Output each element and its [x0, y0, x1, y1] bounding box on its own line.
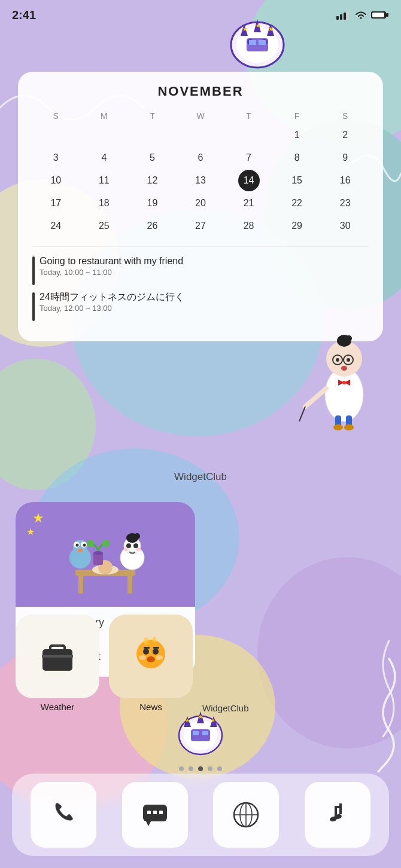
cal-event-1: Going to restaurant with my friend Today…	[32, 255, 369, 285]
svg-rect-123	[335, 806, 342, 808]
svg-rect-95	[153, 647, 159, 649]
svg-point-80	[133, 543, 138, 548]
svg-point-72	[76, 543, 79, 546]
cal-day-5[interactable]: 5	[141, 147, 163, 169]
safari-icon	[231, 800, 261, 830]
event-2-title: 24時間フィットネスのジムに行く	[40, 291, 184, 304]
svg-rect-65	[127, 576, 132, 594]
cal-day-24[interactable]: 24	[45, 215, 66, 237]
status-icons	[336, 10, 389, 20]
anniversary-widget-art: ★ ★	[16, 502, 195, 607]
svg-point-99	[139, 655, 146, 660]
cal-header-s1: S	[32, 109, 80, 123]
calendar-widget: NOVEMBER S M T W T F S 1 2 3 4 5 6 7 8 9…	[18, 72, 383, 341]
cal-day-8[interactable]: 8	[286, 147, 308, 169]
svg-point-86	[102, 540, 110, 547]
cal-day-3[interactable]: 3	[45, 147, 66, 169]
signal-icon	[336, 10, 351, 20]
cal-day-17[interactable]: 17	[45, 192, 66, 214]
svg-point-79	[126, 543, 131, 548]
svg-point-91	[136, 640, 165, 668]
page-dots	[179, 766, 222, 771]
svg-point-97	[144, 637, 148, 644]
page-dot-4	[208, 766, 212, 771]
svg-point-81	[123, 548, 129, 551]
svg-text:★: ★	[185, 717, 190, 723]
wifi-icon	[354, 10, 367, 20]
cal-day-21[interactable]: 21	[238, 192, 260, 214]
cal-header-t1: T	[129, 109, 176, 123]
cal-day-20[interactable]: 20	[190, 192, 211, 214]
apps-row-1: LUUP - RIDE Y Wallet ★ ★	[16, 502, 193, 600]
svg-point-82	[135, 548, 141, 551]
event-1-time: Today, 10:00 ~ 11:00	[40, 268, 183, 277]
cal-day-29[interactable]: 29	[286, 215, 308, 237]
svg-text:★: ★	[198, 714, 203, 720]
calendar-events: Going to restaurant with my friend Today…	[32, 246, 369, 321]
svg-point-92	[143, 649, 149, 655]
cal-day-1[interactable]: 1	[286, 124, 308, 146]
cal-day-9[interactable]: 9	[335, 147, 356, 169]
cal-day-28[interactable]: 28	[238, 215, 260, 237]
event-bar-1	[32, 256, 35, 285]
cal-day-7[interactable]: 7	[238, 147, 260, 169]
cal-day-26[interactable]: 26	[141, 215, 163, 237]
cal-day-13[interactable]: 13	[190, 170, 211, 191]
dock	[12, 774, 389, 856]
cal-day-30[interactable]: 30	[335, 215, 356, 237]
cal-day-empty	[93, 124, 115, 146]
cal-day-empty	[190, 124, 211, 146]
svg-rect-94	[144, 647, 150, 649]
music-icon	[323, 800, 353, 830]
widgetclub-label-1: WidgetClub	[0, 471, 401, 483]
svg-line-34	[299, 407, 305, 421]
dock-safari[interactable]	[213, 782, 279, 848]
cal-day-23[interactable]: 23	[335, 192, 356, 214]
svg-rect-6	[259, 40, 266, 45]
page-dot-1	[179, 766, 184, 771]
svg-rect-114	[147, 811, 151, 814]
cal-day-27[interactable]: 27	[190, 215, 211, 237]
svg-line-33	[305, 389, 326, 407]
svg-rect-64	[78, 576, 83, 594]
weather-app[interactable]: Weather	[16, 615, 99, 717]
messages-icon	[140, 800, 170, 830]
svg-rect-122	[339, 803, 342, 814]
cal-day-empty	[141, 124, 163, 146]
status-time: 2:41	[12, 8, 36, 22]
cal-day-11[interactable]: 11	[93, 170, 115, 191]
svg-point-23	[346, 335, 352, 341]
cal-day-6[interactable]: 6	[190, 147, 211, 169]
svg-point-32	[342, 381, 346, 384]
cal-day-22[interactable]: 22	[286, 192, 308, 214]
cal-day-16[interactable]: 16	[335, 170, 356, 191]
dock-messages[interactable]	[122, 782, 188, 848]
cal-day-15[interactable]: 15	[286, 170, 308, 191]
cal-header-t2: T	[225, 109, 272, 123]
dock-phone[interactable]	[31, 782, 96, 848]
cal-day-14-today[interactable]: 14	[238, 170, 260, 191]
svg-point-96	[147, 656, 155, 662]
svg-rect-90	[53, 644, 62, 647]
cal-day-2[interactable]: 2	[335, 124, 356, 146]
svg-point-29	[341, 366, 347, 371]
event-2-time: Today, 12:00 ~ 13:00	[40, 304, 184, 313]
weather-icon[interactable]	[16, 615, 99, 698]
cal-day-4[interactable]: 4	[93, 147, 115, 169]
svg-text:★: ★	[211, 717, 215, 723]
cal-day-18[interactable]: 18	[93, 192, 115, 214]
dock-music[interactable]	[305, 782, 370, 848]
cal-day-10[interactable]: 10	[45, 170, 66, 191]
cal-day-25[interactable]: 25	[93, 215, 115, 237]
cal-header-f: F	[274, 109, 321, 123]
cal-header-w: W	[177, 109, 224, 123]
news-icon[interactable]	[109, 615, 193, 698]
cal-day-19[interactable]: 19	[141, 192, 163, 214]
event-1-title: Going to restaurant with my friend	[40, 255, 183, 268]
cal-day-12[interactable]: 12	[141, 170, 163, 191]
event-bar-2	[32, 292, 35, 321]
calendar-month: NOVEMBER	[32, 84, 369, 99]
svg-rect-5	[249, 40, 256, 45]
page-dot-5	[217, 766, 222, 771]
svg-rect-115	[153, 811, 157, 814]
